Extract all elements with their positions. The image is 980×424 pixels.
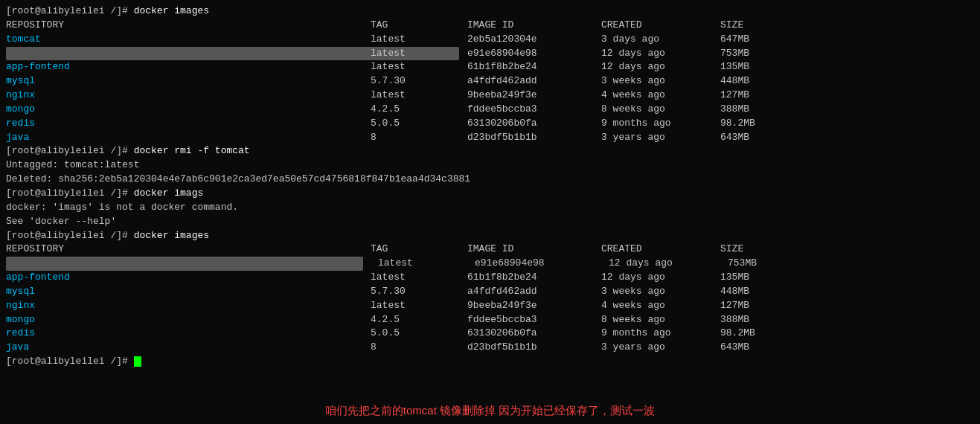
table-row: nginx latest 9beeba249f3e 4 weeks ago 12… [6, 299, 974, 313]
table-row: java 8 d23bdf5b1b1b 3 years ago 643MB [6, 131, 974, 145]
bottom-annotation: 咱们先把之前的tomcat 镜像删除掉 因为开始已经保存了，测试一波 [0, 404, 980, 418]
terminal: [root@alibyleilei /]# docker images REPO… [0, 0, 980, 424]
table-row: tomcat latest 2eb5a120304e 3 days ago 64… [6, 33, 974, 47]
table-row: java 8 d23bdf5b1b1b 3 years ago 643MB [6, 341, 974, 355]
table-row: redis 5.0.5 63130206b0fa 9 months ago 98… [6, 117, 974, 131]
cmd: docker images [134, 5, 209, 16]
table-row: app-fontend latest 61b1f8b2be24 12 days … [6, 60, 974, 74]
table-row: mongo 4.2.5 fddee5bccba3 8 weeks ago 388… [6, 313, 974, 327]
line-images2: [root@alibyleilei /]# docker images [6, 229, 974, 243]
line-rmi: [root@alibyleilei /]# docker rmi -f tomc… [6, 144, 974, 158]
error-line-2: See 'docker --help' [6, 215, 974, 229]
deleted-line: Deleted: sha256:2eb5a120304e4e7ab6c901e2… [6, 173, 974, 187]
table-row: redis 5.0.5 63130206b0fa 9 months ago 98… [6, 327, 974, 341]
cursor [134, 356, 141, 367]
line-imags: [root@alibyleilei /]# docker imags [6, 187, 974, 201]
table-row: mysql 5.7.30 a4fdfd462add 3 weeks ago 44… [6, 285, 974, 299]
table-row-blurred: ████████████████████████████████████████… [6, 47, 974, 61]
table-row-blurred2: ████████████████████████████████████████… [6, 257, 974, 271]
cursor-line: [root@alibyleilei /]# [6, 355, 974, 369]
prompt: [root@alibyleilei /]# [6, 5, 134, 16]
table-header-2: REPOSITORYTAGIMAGE IDCREATEDSIZE [6, 242, 974, 257]
line-1: [root@alibyleilei /]# docker images [6, 4, 974, 19]
table-row: app-fontend latest 61b1f8b2be24 12 days … [6, 271, 974, 285]
error-line-1: docker: 'imags' is not a docker command. [6, 201, 974, 215]
table-row: nginx latest 9beeba249f3e 4 weeks ago 12… [6, 89, 974, 103]
table-header-1: REPOSITORYTAGIMAGE IDCREATEDSIZE [6, 19, 974, 33]
table-row: mongo 4.2.5 fddee5bccba3 8 weeks ago 388… [6, 103, 974, 117]
table-row: mysql 5.7.30 a4fdfd462add 3 weeks ago 44… [6, 74, 974, 89]
untagged-line: Untagged: tomcat:latest [6, 158, 974, 173]
